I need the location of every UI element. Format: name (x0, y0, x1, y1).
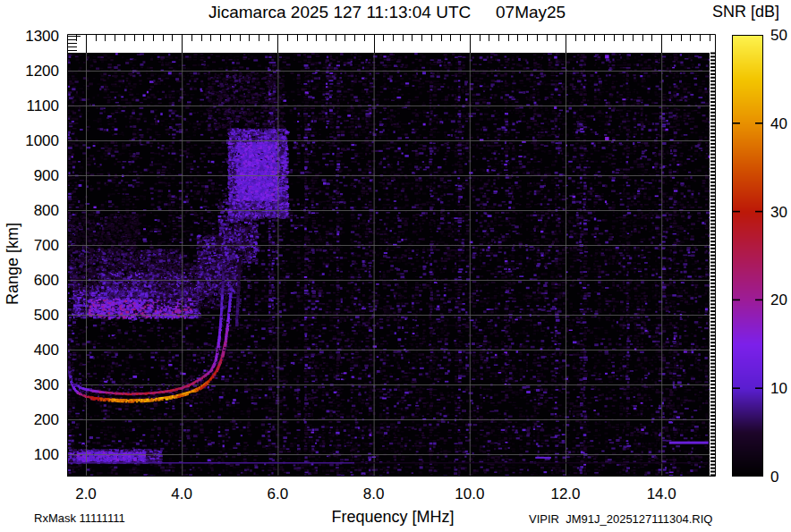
x-tick-label: 4.0 (171, 486, 192, 503)
colorbar-tick-label: 40 (770, 115, 787, 133)
x-tick-label: 12.0 (550, 486, 580, 503)
y-tick-label: 500 (16, 307, 59, 325)
x-tick-label: 6.0 (268, 486, 289, 503)
x-axis-label: Frequency [MHz] (331, 508, 454, 527)
y-tick-label: 600 (16, 272, 59, 290)
y-tick-label: 700 (16, 237, 59, 255)
colorbar-tick-label: 20 (770, 291, 787, 309)
y-tick-label: 900 (16, 167, 59, 185)
y-tick-label: 400 (16, 342, 59, 359)
x-tick-label: 14.0 (647, 486, 676, 503)
y-tick-label: 100 (16, 446, 59, 464)
plot-date: 07May25 (496, 3, 566, 22)
colorbar-tick-label: 0 (770, 469, 778, 486)
y-tick-label: 800 (16, 202, 59, 220)
plot-title: Jicamarca 2025 127 11:13:04 UTC (208, 3, 471, 22)
x-tick-label: 8.0 (363, 486, 385, 503)
y-tick-label: 300 (16, 376, 59, 394)
file-id-label: VIPIR JM91J_2025127111304.RIQ (529, 512, 712, 526)
rx-mask-label: RxMask 11111111 (34, 511, 125, 525)
y-axis-label: Range [km] (4, 223, 22, 305)
x-tick-label: 2.0 (75, 486, 97, 503)
y-tick-label: 200 (16, 411, 59, 429)
y-tick-label: 1300 (16, 28, 59, 46)
x-tick-label: 10.0 (455, 486, 484, 503)
ionogram-plot-canvas (67, 34, 716, 477)
ionogram-figure: Jicamarca 2025 127 11:13:04 UTC 07May25 … (0, 0, 791, 532)
colorbar-canvas (732, 35, 763, 477)
y-tick-label: 1100 (16, 97, 59, 115)
colorbar-tick-label: 50 (770, 27, 787, 45)
y-tick-label: 1200 (16, 63, 59, 80)
colorbar-title: SNR [dB] (712, 3, 779, 21)
y-tick-label: 1000 (16, 132, 59, 150)
colorbar-tick-label: 30 (770, 204, 787, 222)
colorbar-tick-label: 10 (770, 380, 787, 398)
